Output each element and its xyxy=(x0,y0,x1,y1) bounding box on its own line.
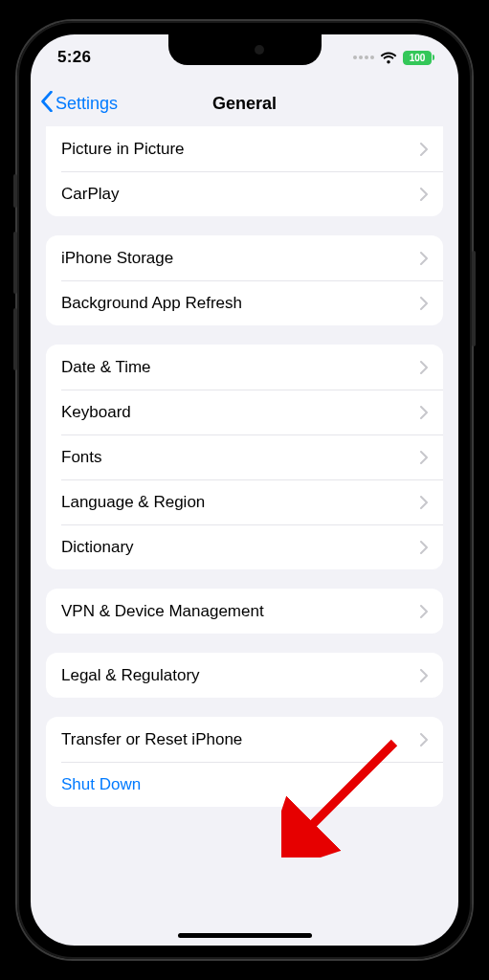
settings-group: Picture in PictureCarPlay xyxy=(46,126,443,216)
settings-row[interactable]: Language & Region xyxy=(46,479,443,524)
row-label: Date & Time xyxy=(61,358,420,377)
chevron-right-icon xyxy=(420,669,428,682)
settings-row[interactable]: Background App Refresh xyxy=(46,280,443,325)
chevron-right-icon xyxy=(420,451,428,464)
status-time: 5:26 xyxy=(57,48,91,67)
settings-row[interactable]: Picture in Picture xyxy=(46,126,443,171)
volume-up-button xyxy=(13,232,17,294)
settings-row[interactable]: Dictionary xyxy=(46,524,443,569)
settings-row[interactable]: Fonts xyxy=(46,434,443,479)
settings-row[interactable]: Keyboard xyxy=(46,390,443,434)
settings-group: VPN & Device Management xyxy=(46,589,443,634)
settings-row[interactable]: Legal & Regulatory xyxy=(46,653,443,698)
chevron-left-icon xyxy=(40,91,54,117)
chevron-right-icon xyxy=(420,252,428,265)
chevron-right-icon xyxy=(420,541,428,554)
status-indicators: 100 xyxy=(353,51,432,65)
back-button[interactable]: Settings xyxy=(40,91,118,117)
chevron-right-icon xyxy=(420,188,428,201)
screen: 5:26 100 Settings General Picture in Pic… xyxy=(31,34,458,946)
home-indicator[interactable] xyxy=(178,933,312,938)
settings-row[interactable]: Shut Down xyxy=(46,762,443,807)
chevron-right-icon xyxy=(420,143,428,156)
row-label: Legal & Regulatory xyxy=(61,666,420,685)
row-label: Keyboard xyxy=(61,403,420,422)
settings-row[interactable]: CarPlay xyxy=(46,171,443,216)
back-label: Settings xyxy=(56,94,118,114)
recording-indicator-icon xyxy=(353,56,374,59)
settings-row[interactable]: Date & Time xyxy=(46,345,443,390)
settings-group: Transfer or Reset iPhoneShut Down xyxy=(46,717,443,807)
chevron-right-icon xyxy=(420,733,428,746)
chevron-right-icon xyxy=(420,496,428,509)
phone-frame: 5:26 100 Settings General Picture in Pic… xyxy=(17,21,472,959)
nav-bar: Settings General xyxy=(31,80,458,126)
battery-icon: 100 xyxy=(403,51,432,65)
settings-row[interactable]: Transfer or Reset iPhone xyxy=(46,717,443,762)
volume-down-button xyxy=(13,308,17,370)
side-button xyxy=(472,251,476,346)
row-label: Background App Refresh xyxy=(61,294,420,313)
settings-row[interactable]: iPhone Storage xyxy=(46,235,443,280)
page-title: General xyxy=(212,94,277,114)
row-label: Picture in Picture xyxy=(61,140,420,159)
chevron-right-icon xyxy=(420,605,428,618)
settings-content[interactable]: Picture in PictureCarPlayiPhone StorageB… xyxy=(31,126,458,946)
notch xyxy=(168,34,322,65)
settings-group: iPhone StorageBackground App Refresh xyxy=(46,235,443,325)
row-label: Fonts xyxy=(61,448,420,467)
wifi-icon xyxy=(380,52,397,64)
mute-switch xyxy=(13,174,17,208)
settings-group: Date & TimeKeyboardFontsLanguage & Regio… xyxy=(46,345,443,569)
chevron-right-icon xyxy=(420,406,428,419)
row-label: Dictionary xyxy=(61,538,420,557)
settings-group: Legal & Regulatory xyxy=(46,653,443,698)
row-label: CarPlay xyxy=(61,185,420,204)
row-label: Language & Region xyxy=(61,493,420,512)
chevron-right-icon xyxy=(420,361,428,374)
settings-row[interactable]: VPN & Device Management xyxy=(46,589,443,634)
row-label: iPhone Storage xyxy=(61,249,420,268)
row-label: Shut Down xyxy=(61,775,428,794)
chevron-right-icon xyxy=(420,297,428,310)
row-label: VPN & Device Management xyxy=(61,602,420,621)
row-label: Transfer or Reset iPhone xyxy=(61,730,420,749)
